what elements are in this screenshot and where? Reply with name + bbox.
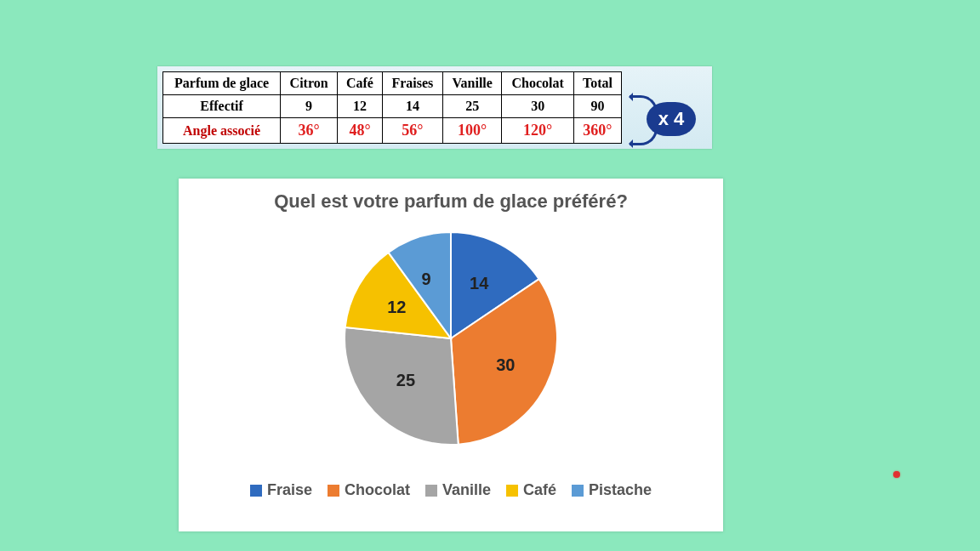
col-total: Total — [573, 72, 621, 95]
multiplier-badge: x 4 — [647, 102, 696, 136]
cell: 56° — [382, 118, 442, 144]
pie-svg — [340, 228, 561, 449]
legend-label: Café — [523, 481, 556, 499]
cell: 90 — [573, 95, 621, 118]
cell: 30 — [502, 95, 573, 118]
cell: 48° — [338, 118, 383, 144]
table-row-effectif: Effectif 9 12 14 25 30 90 — [163, 95, 622, 118]
row-label-angle: Angle associé — [163, 118, 281, 144]
col-vanille: Vanille — [442, 72, 501, 95]
table-row-angle: Angle associé 36° 48° 56° 100° 120° 360° — [163, 118, 622, 144]
data-table: Parfum de glace Citron Café Fraises Vani… — [162, 71, 622, 144]
cell: 25 — [442, 95, 501, 118]
legend-item-vanille: Vanille — [425, 481, 491, 499]
table-header-row: Parfum de glace Citron Café Fraises Vani… — [163, 72, 622, 95]
cell: 120° — [502, 118, 573, 144]
cursor-dot-icon — [893, 471, 900, 478]
legend-swatch-icon — [328, 485, 339, 497]
slice-label: 25 — [396, 371, 415, 390]
legend-swatch-icon — [506, 485, 518, 497]
cell: 36° — [281, 118, 338, 144]
chart-title: Quel est votre parfum de glace préféré? — [179, 179, 723, 213]
legend-swatch-icon — [425, 485, 437, 497]
slice-label: 14 — [470, 274, 488, 293]
legend-label: Pistache — [589, 481, 652, 499]
legend-item-pistache: Pistache — [572, 481, 652, 499]
pie-chart-card: Quel est votre parfum de glace préféré? … — [179, 179, 723, 531]
cell: 9 — [281, 95, 338, 118]
slice-label: 9 — [422, 270, 431, 289]
pie-chart: 143025129 — [179, 213, 723, 476]
row-label-effectif: Effectif — [163, 95, 281, 118]
col-cafe: Café — [338, 72, 383, 95]
chart-legend: FraiseChocolatVanilleCaféPistache — [179, 476, 723, 509]
legend-item-café: Café — [506, 481, 556, 499]
cell: 100° — [442, 118, 501, 144]
col-fraises: Fraises — [382, 72, 442, 95]
legend-label: Fraise — [267, 481, 312, 499]
legend-swatch-icon — [572, 485, 584, 497]
cell: 12 — [338, 95, 383, 118]
cell: 360° — [573, 118, 621, 144]
slice-label: 12 — [387, 298, 406, 317]
legend-item-fraise: Fraise — [250, 481, 312, 499]
cell: 14 — [382, 95, 442, 118]
legend-swatch-icon — [250, 485, 262, 497]
slice-label: 30 — [496, 355, 515, 375]
legend-label: Chocolat — [345, 481, 410, 499]
legend-item-chocolat: Chocolat — [328, 481, 410, 499]
col-chocolat: Chocolat — [502, 72, 573, 95]
col-citron: Citron — [281, 72, 338, 95]
col-flavor: Parfum de glace — [163, 72, 281, 95]
legend-label: Vanille — [442, 481, 491, 499]
